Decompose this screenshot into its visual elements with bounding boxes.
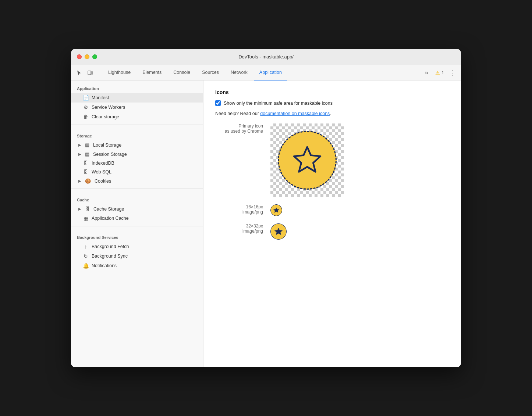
toolbar-separator xyxy=(100,68,100,77)
close-button[interactable] xyxy=(77,54,82,59)
content-area: Application 📄 Manifest ⚙ Service Workers… xyxy=(71,80,461,367)
sidebar-item-notifications[interactable]: 🔔 Notifications xyxy=(71,261,203,270)
manifest-icon: 📄 xyxy=(83,95,89,101)
tab-application[interactable]: Application xyxy=(254,65,287,80)
sidebar-item-application-cache[interactable]: ▦ Application Cache xyxy=(71,214,203,223)
notifications-icon: 🔔 xyxy=(83,263,89,269)
sidebar-item-bg-sync[interactable]: ↻ Background Sync xyxy=(71,251,203,261)
sidebar-item-bg-fetch[interactable]: ↕ Background Fetch xyxy=(71,242,203,251)
bg-fetch-icon: ↕ xyxy=(83,244,89,250)
svg-rect-1 xyxy=(91,72,93,74)
sidebar-bg-services-label: Background Services xyxy=(71,229,203,242)
maskable-icon-circle xyxy=(278,131,337,190)
sidebar-application-label: Application xyxy=(71,80,203,93)
bg-sync-icon: ↻ xyxy=(83,253,89,259)
cursor-icon-btn[interactable] xyxy=(74,68,84,78)
local-storage-grid-icon: ▦ xyxy=(85,142,89,148)
icon-32-size: 32×32px xyxy=(246,223,263,229)
primary-icon-meta: Primary icon as used by Chrome xyxy=(215,123,263,134)
warning-icon: ⚠ xyxy=(435,70,440,76)
sidebar-item-manifest[interactable]: 📄 Manifest xyxy=(71,93,203,103)
titlebar: DevTools - maskable.app/ xyxy=(71,49,461,65)
icon-16-preview xyxy=(270,204,282,216)
sidebar-item-local-storage[interactable]: ▶ ▦ Local Storage xyxy=(71,140,203,150)
expand-arrow-session: ▶ xyxy=(78,152,83,156)
traffic-lights xyxy=(77,54,97,59)
icon-32-preview xyxy=(270,223,287,240)
maskable-checkbox-label[interactable]: Show only the minimum safe area for mask… xyxy=(224,101,333,106)
session-storage-grid-icon: ▦ xyxy=(85,151,89,157)
icon-32-meta: 32×32px image/png xyxy=(215,223,263,234)
icon-16-type: image/png xyxy=(242,209,263,215)
sidebar-item-session-storage[interactable]: ▶ ▦ Session Storage xyxy=(71,150,203,159)
sidebar-item-indexeddb[interactable]: 🗄 IndexedDB xyxy=(71,159,203,168)
toolbar-icons xyxy=(74,68,95,78)
devtools-window: DevTools - maskable.app/ Lighthouse Elem… xyxy=(71,49,461,367)
primary-icon-row: Primary icon as used by Chrome xyxy=(215,123,449,197)
toolbar-right: » ⚠ 1 ⋮ xyxy=(421,68,458,78)
star-svg xyxy=(291,144,324,177)
more-options-button[interactable]: ⋮ xyxy=(448,68,458,78)
cache-storage-icon: 🗄 xyxy=(85,206,90,212)
icon-16-star xyxy=(273,207,280,214)
cursor-icon xyxy=(76,70,82,76)
tab-lighthouse[interactable]: Lighthouse xyxy=(103,65,136,80)
help-link[interactable]: documentation on maskable icons xyxy=(260,111,330,116)
svg-rect-0 xyxy=(88,71,91,75)
toolbar: Lighthouse Elements Console Sources Netw… xyxy=(71,65,461,80)
clear-storage-icon: 🗑 xyxy=(83,114,89,120)
cookies-icon: 🍪 xyxy=(85,178,91,184)
divider-cache xyxy=(71,189,203,189)
svg-marker-2 xyxy=(294,147,320,172)
service-workers-icon: ⚙ xyxy=(83,104,89,110)
warning-badge[interactable]: ⚠ 1 xyxy=(433,69,446,76)
tab-sources[interactable]: Sources xyxy=(197,65,224,80)
sidebar-item-cache-storage[interactable]: ▶ 🗄 Cache Storage xyxy=(71,204,203,214)
icon-16-meta: 16×16px image/png xyxy=(215,204,263,215)
sidebar-cache-label: Cache xyxy=(71,192,203,204)
sidebar: Application 📄 Manifest ⚙ Service Workers… xyxy=(71,80,203,367)
sidebar-item-web-sql[interactable]: 🗄 Web SQL xyxy=(71,168,203,176)
icon-16-row: 16×16px image/png xyxy=(215,204,449,216)
tab-elements[interactable]: Elements xyxy=(137,65,167,80)
maximize-button[interactable] xyxy=(92,54,97,59)
device-toolbar-btn[interactable] xyxy=(85,68,95,78)
help-text: Need help? Read our documentation on mas… xyxy=(215,111,449,116)
web-sql-icon: 🗄 xyxy=(83,169,89,175)
sidebar-item-cookies[interactable]: ▶ 🍪 Cookies xyxy=(71,176,203,186)
indexeddb-icon: 🗄 xyxy=(83,161,89,166)
expand-arrow-cache: ▶ xyxy=(78,207,83,211)
more-tabs-button[interactable]: » xyxy=(421,68,432,78)
primary-icon-label-sub: as used by Chrome xyxy=(225,129,263,134)
maskable-checkbox[interactable] xyxy=(215,100,221,106)
sidebar-item-clear-storage[interactable]: 🗑 Clear storage xyxy=(71,112,203,122)
sidebar-item-service-workers[interactable]: ⚙ Service Workers xyxy=(71,103,203,112)
icon-32-row: 32×32px image/png xyxy=(215,223,449,240)
main-panel: Icons Show only the minimum safe area fo… xyxy=(203,80,461,367)
tab-console[interactable]: Console xyxy=(168,65,195,80)
minimize-button[interactable] xyxy=(85,54,89,59)
divider-bg xyxy=(71,226,203,226)
icons-section-title: Icons xyxy=(215,89,449,95)
primary-icon-canvas xyxy=(270,123,344,197)
primary-icon-label-main: Primary icon xyxy=(238,123,263,129)
icon-32-star xyxy=(273,226,284,237)
maskable-checkbox-row: Show only the minimum safe area for mask… xyxy=(215,100,449,106)
warning-count: 1 xyxy=(441,70,444,75)
icon-16-size: 16×16px xyxy=(246,204,263,209)
expand-arrow-local: ▶ xyxy=(78,143,83,147)
divider-storage xyxy=(71,125,203,125)
tab-network[interactable]: Network xyxy=(226,65,253,80)
sidebar-storage-label: Storage xyxy=(71,128,203,140)
device-icon xyxy=(87,70,93,76)
icon-32-type: image/png xyxy=(242,229,263,234)
expand-arrow-cookies: ▶ xyxy=(78,179,83,183)
application-cache-icon: ▦ xyxy=(83,215,89,221)
window-title: DevTools - maskable.app/ xyxy=(238,54,294,60)
